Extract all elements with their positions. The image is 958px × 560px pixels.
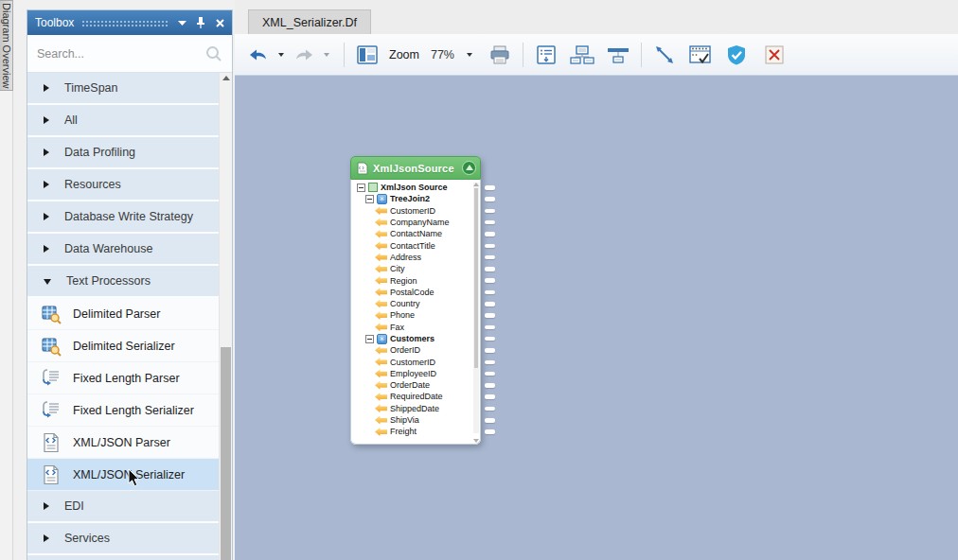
output-port[interactable] [485,429,495,434]
toolbox-search[interactable] [27,35,232,73]
toolbox-item-delimited-parser[interactable]: Delimited Parser [27,298,219,330]
close-icon[interactable] [213,16,226,29]
tree-row-field[interactable]: City [355,263,480,274]
tree-row-field[interactable]: Fax [355,322,480,333]
tree-row-root[interactable]: XmlJson Source [355,182,480,193]
tree-row-field[interactable]: Freight [355,426,480,437]
preview-data-button[interactable] [688,42,713,68]
tree-row-field[interactable]: ContactName [355,228,480,239]
output-port[interactable] [485,209,495,214]
output-port[interactable] [485,394,495,399]
toolbox-category-services[interactable]: Services [27,523,219,555]
dataflow-canvas[interactable]: XmlJsonSource XmlJson SourceTreeJoin2Cus… [235,76,958,560]
output-port[interactable] [485,302,495,306]
output-port[interactable] [485,255,495,260]
toolbox-scrollbar[interactable] [219,73,232,560]
diagram-overview-tab[interactable]: Diagram Overview [0,0,13,91]
output-port[interactable] [485,407,495,411]
output-port[interactable] [485,313,495,318]
toolbox-category-database-write-strategy[interactable]: Database Write Strategy [27,201,219,234]
toolbox-item-xml-json-serializer[interactable]: XML/JSON Serializer [27,459,219,491]
toolbox-category-timespan[interactable]: TimeSpan [27,73,219,105]
zoom-dropdown[interactable] [467,53,472,57]
verify-shield-icon[interactable] [724,42,749,68]
toolbox-category-text-processors[interactable]: Text Processors [27,266,219,298]
tree-row-field[interactable]: Country [355,298,480,309]
horizontal-layout-button[interactable] [606,42,630,68]
tree-row-field[interactable]: ShipVia [355,414,480,426]
output-port[interactable] [485,244,495,249]
output-port[interactable] [485,232,495,236]
tree-row-label: CustomerID [390,358,435,367]
search-input[interactable] [37,47,205,61]
scroll-up-arrow-icon[interactable] [222,76,230,80]
tree-row-field[interactable]: RequiredDate [355,391,480,402]
collapse-expander-icon[interactable] [365,195,374,203]
output-port[interactable] [485,418,495,423]
output-port[interactable] [485,220,495,225]
collapse-node-button[interactable] [462,161,476,175]
preview-panel-button[interactable] [355,42,380,68]
output-port[interactable] [485,383,495,388]
output-port[interactable] [485,360,495,365]
redo-button[interactable] [292,42,316,68]
output-port[interactable] [485,325,495,330]
toolbox-item-xml-json-parser[interactable]: XML/JSON Parser [27,427,219,459]
output-port[interactable] [485,348,495,353]
scroll-up-arrow-icon[interactable] [473,183,479,186]
virtual-tree-button[interactable] [534,42,559,68]
output-port[interactable] [485,278,495,283]
tree-row-field[interactable]: Phone [355,309,480,321]
auto-layout-button[interactable] [570,42,594,68]
tree-row-field[interactable]: PostalCode [355,287,480,298]
tree-row-field[interactable]: CompanyName [355,217,480,228]
scroll-down-arrow-icon[interactable] [473,439,479,443]
collapse-expander-icon[interactable] [357,184,365,192]
tree-row-field[interactable]: CustomerID [355,356,480,367]
scrollbar-thumb[interactable] [221,347,231,560]
print-button[interactable] [488,42,512,68]
xmljsonsource-node[interactable]: XmlJsonSource XmlJson SourceTreeJoin2Cus… [350,156,481,445]
toolbox-category-edi[interactable]: EDI [27,491,219,523]
toolbox-category-data-warehouse[interactable]: Data Warehouse [27,234,219,266]
tree-row-field[interactable]: EmployeeID [355,368,480,379]
draw-link-button[interactable] [652,42,677,68]
undo-button[interactable] [246,42,271,68]
pin-icon[interactable] [194,16,207,29]
output-port[interactable] [485,337,495,341]
output-port[interactable] [485,372,495,376]
tree-row-field[interactable]: ShippedDate [355,403,480,414]
toolbox-category-resources[interactable]: Resources [27,169,219,201]
output-port[interactable] [485,185,495,190]
toolbox-item-fixed-length-serializer[interactable]: Fixed Length Serializer [27,394,219,427]
tree-row-field[interactable]: Region [355,274,480,286]
zoom-value[interactable]: 77% [431,48,459,61]
toolbox-titlebar[interactable]: Toolbox [27,10,232,35]
document-tab[interactable]: XML_Serializer.Df [248,9,371,34]
remove-icon[interactable] [762,42,787,68]
tree-row-group[interactable]: TreeJoin2 [355,193,480,204]
window-menu-chevron-icon[interactable] [175,16,188,29]
output-port[interactable] [485,267,495,271]
node-header[interactable]: XmlJsonSource [350,156,481,180]
toolbox-item-fixed-length-parser[interactable]: Fixed Length Parser [27,362,219,394]
node-tree: XmlJson SourceTreeJoin2CustomerIDCompany… [350,180,481,445]
node-scrollbar[interactable] [473,183,479,433]
tree-row-field[interactable]: ContactTitle [355,239,480,251]
output-port[interactable] [485,197,495,201]
dataflow-toolbar: Zoom 77% [235,34,958,76]
chevron-right-icon [44,213,49,220]
tree-row-group[interactable]: Customers [355,333,480,344]
tree-row-field[interactable]: Address [355,252,480,263]
undo-history-dropdown[interactable] [278,53,284,57]
toolbox-category-all[interactable]: All [27,105,219,137]
toolbox-category-data-profiling[interactable]: Data Profiling [27,137,219,169]
tree-row-field[interactable]: OrderID [355,344,480,356]
scrollbar-thumb[interactable] [474,188,478,368]
collapse-expander-icon[interactable] [365,335,374,343]
tree-row-field[interactable]: OrderDate [355,379,480,391]
toolbox-item-delimited-serializer[interactable]: Delimited Serializer [27,330,219,362]
tree-row-field[interactable]: CustomerID [355,205,480,217]
redo-history-dropdown[interactable] [324,53,329,57]
output-port[interactable] [485,290,495,295]
